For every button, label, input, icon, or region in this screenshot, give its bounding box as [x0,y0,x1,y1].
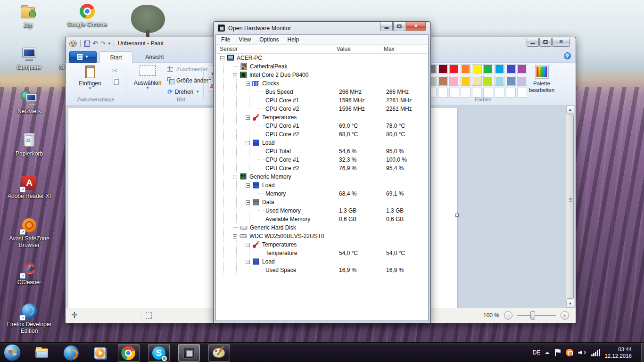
tab-ansicht[interactable]: Ansicht [134,51,175,63]
color-swatch[interactable] [438,64,448,74]
zuschneiden-button[interactable]: Zuschneiden [167,66,209,73]
color-swatch[interactable] [506,76,516,86]
column-max[interactable]: Max [384,46,395,52]
tab-start[interactable]: Start [99,51,132,63]
menu-help[interactable]: Help [283,35,304,44]
desktop-icon-ccleaner[interactable]: C↗ CCleaner [7,261,52,286]
tree-row[interactable]: Bus Speed266 MHz266 MHz [218,88,426,96]
color-swatch[interactable] [517,76,527,86]
menu-options[interactable]: Options [255,35,283,44]
zoom-in-button[interactable]: + [561,311,569,320]
ohm-maximize-button[interactable] [393,22,405,31]
canvas-resize-handle[interactable] [455,214,459,217]
volume-icon[interactable] [578,349,586,356]
drehen-button[interactable]: ⟳ Drehen ▼ [167,88,199,95]
zoom-out-button[interactable]: − [504,311,512,320]
undo-icon[interactable]: ↶ [92,40,98,47]
empty-swatch[interactable] [449,88,459,98]
color-swatch[interactable] [472,76,482,86]
ohm-minimize-button[interactable] [380,22,393,31]
empty-swatch[interactable] [438,88,448,98]
vertical-scrollbar[interactable]: ▲ ▼ [566,106,574,308]
tree-row[interactable]: Intel Core 2 Duo P8400 [218,71,426,79]
tree-row[interactable]: CPU Core #276,9 %95,4 % [218,164,426,173]
tree-row[interactable]: Temperatures [218,113,426,122]
tree-row[interactable]: Used Memory1,3 GB1,3 GB [218,206,426,215]
paint-minimize-button[interactable] [527,38,539,47]
help-icon[interactable]: ? [564,52,571,59]
desktop-icon-avast-safezone[interactable]: ↗ Avast SafeZone Browser [7,217,52,248]
cut-icon[interactable]: ✂ [112,66,118,75]
tree-row[interactable]: Used Space16,9 %16,9 % [218,266,426,274]
redo-icon[interactable]: ↷ [100,40,106,47]
color-swatch[interactable] [483,64,493,74]
color-swatch[interactable] [461,64,471,74]
paint-file-menu-button[interactable]: ▼ [69,51,97,63]
tree-row[interactable]: Generic Hard Disk [218,223,426,232]
desktop-icon-papierkorb[interactable]: ♻ Papierkorb [7,132,52,157]
collapse-icon[interactable] [246,200,250,205]
collapse-icon[interactable] [246,141,250,145]
einfuegen-button[interactable]: Einfügen ▼ [76,66,104,90]
tree-row[interactable]: Data [218,198,426,206]
color-swatch[interactable] [472,64,482,74]
collapse-icon[interactable] [246,183,250,188]
taskbar-skype-button[interactable]: S [148,344,170,362]
ohm-titlebar[interactable]: Open Hardware Monitor ✕ [214,22,430,34]
tree-row[interactable]: Load [218,257,426,266]
paint-maximize-button[interactable] [539,38,552,47]
color-swatch[interactable] [461,76,471,86]
save-icon[interactable] [84,41,90,47]
taskbar-chrome-button[interactable] [118,344,140,362]
start-button[interactable] [4,344,21,361]
empty-swatch[interactable] [506,88,516,98]
collapse-icon[interactable] [246,260,250,264]
color-swatch[interactable] [449,64,459,74]
scroll-up-icon[interactable]: ▲ [566,106,574,114]
collapse-icon[interactable] [233,73,237,77]
ohm-close-button[interactable]: ✕ [406,22,426,31]
zoom-slider-thumb[interactable] [530,311,535,320]
groesse-aendern-button[interactable]: Größe ändern [167,77,212,84]
desktop-icon-adobe-reader[interactable]: A↗ Adobe Reader XI [7,174,52,199]
show-hidden-icons-icon[interactable] [545,352,550,354]
scroll-down-icon[interactable]: ▼ [566,300,574,308]
column-value[interactable]: Value [337,46,351,52]
tree-row[interactable]: CPU Total54,6 %95,0 % [218,147,426,156]
color-swatch[interactable] [438,76,448,86]
empty-swatch[interactable] [483,88,493,98]
tree-row[interactable]: ACER-PC [218,54,426,62]
language-indicator[interactable]: DE [533,349,541,356]
color-swatch[interactable] [517,64,527,74]
copy-icon[interactable] [113,78,118,84]
taskbar-media-player-button[interactable] [90,344,111,362]
desktop-icon-zigi[interactable]: Zigi [6,4,51,29]
empty-swatch[interactable] [472,88,482,98]
collapse-icon[interactable] [233,175,237,179]
tree-row[interactable]: CathedralPeak [218,62,426,71]
tree-row[interactable]: CPU Core #268,0 °C80,0 °C [218,130,426,139]
collapse-icon[interactable] [233,234,237,239]
menu-view[interactable]: View [234,35,255,44]
qat-customize-icon[interactable]: ▾ [108,41,110,46]
tree-row[interactable]: Temperature54,0 °C54,0 °C [218,249,426,257]
tree-row[interactable]: Available Memory0,6 GB0,6 GB [218,215,426,223]
clock[interactable]: 03:44 12.12.2016 [604,346,632,359]
taskbar-paint-button[interactable] [208,344,230,362]
avast-tray-icon[interactable] [566,349,573,356]
color-swatch[interactable] [506,64,516,74]
taskbar-ohm-button[interactable] [178,344,200,362]
collapse-icon[interactable] [246,82,250,86]
collapse-icon[interactable] [246,115,250,120]
color-swatch[interactable] [495,64,504,74]
tree-row[interactable]: Clocks [218,79,426,88]
tree-row[interactable]: Memory68,4 %69,1 % [218,189,426,198]
color-swatch[interactable] [483,76,493,86]
taskbar-firefox-button[interactable] [60,344,82,362]
action-center-flag-icon[interactable] [554,349,561,356]
empty-swatch[interactable] [461,88,471,98]
tree-row[interactable]: CPU Core #11596 MHz2261 MHz [218,96,426,105]
menu-file[interactable]: File [217,35,234,44]
scrollbar-thumb[interactable] [567,115,574,299]
empty-swatch[interactable] [517,88,527,98]
